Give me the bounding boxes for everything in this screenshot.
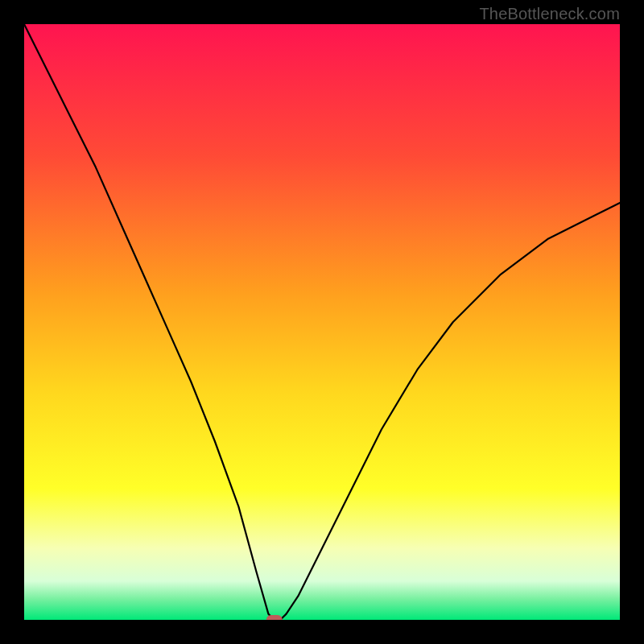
bottleneck-chart — [24, 24, 620, 620]
watermark-text: TheBottleneck.com — [479, 5, 620, 23]
svg-rect-1 — [266, 615, 283, 620]
chart-svg — [24, 24, 620, 620]
svg-rect-0 — [24, 24, 620, 620]
